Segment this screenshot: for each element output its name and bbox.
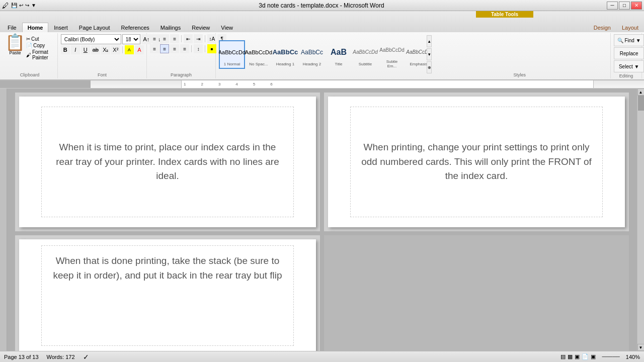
align-left[interactable]: ≡	[150, 44, 159, 53]
subscript-button[interactable]: X₂	[101, 45, 110, 54]
italic-button[interactable]: I	[71, 45, 80, 54]
style-title[interactable]: AaB Title	[326, 41, 352, 68]
card-text-3: When that is done printing, take the sta…	[50, 254, 285, 283]
tab-design[interactable]: Design	[588, 23, 616, 33]
word-count: Words: 172	[47, 354, 75, 360]
find-button[interactable]: 🔍 Find ▼	[614, 34, 644, 46]
style-no-space[interactable]: AaBbCcDd No Spac...	[246, 41, 272, 68]
minimize-button[interactable]: ─	[607, 2, 618, 10]
scroll-down-button[interactable]: ▼	[637, 344, 645, 351]
ruler-scale: 123456	[181, 80, 594, 88]
card-wrapper-3: When that is done printing, take the sta…	[15, 235, 320, 351]
font-group: Calibri (Body) 18 A↑ A↓ B I U ab X₂ X² A…	[58, 33, 147, 78]
font-size-select[interactable]: 18	[122, 34, 140, 44]
zoom-level: 140%	[626, 354, 640, 360]
view-web-layout[interactable]: ▣	[575, 353, 580, 360]
card-wrapper-4	[324, 235, 629, 351]
justify[interactable]: ≡	[180, 44, 189, 53]
tab-file[interactable]: File	[2, 23, 22, 33]
card-wrapper-1: When it is time to print, place our inde…	[15, 93, 320, 231]
card-text-2: When printing, change your print setting…	[359, 140, 594, 184]
card-inner-3: When that is done printing, take the sta…	[41, 245, 294, 346]
title-bar: 🖊 💾 ↩ ↪ ▼ 3d note cards - template.docx …	[0, 0, 644, 11]
view-outline[interactable]: 📄	[582, 353, 589, 360]
text-highlight-button[interactable]: A	[125, 45, 134, 54]
styles-scroll-down[interactable]: ▼	[427, 48, 432, 60]
tab-home[interactable]: Home	[22, 23, 49, 33]
v-scrollbar[interactable]: ▲ ▼	[637, 88, 644, 351]
copy-button[interactable]: 📄 Copy	[26, 43, 54, 48]
decrease-indent[interactable]: ⇤	[184, 34, 193, 43]
tab-mailings[interactable]: Mailings	[155, 23, 186, 33]
clipboard-group: 📋 Paste ✂ Cut 📄 Copy 🖌 Format Painter Cl…	[2, 33, 58, 78]
style-subtitle[interactable]: AaBbCcDd Subtitle	[352, 41, 378, 68]
scroll-thumb[interactable]	[638, 96, 644, 111]
sort-button[interactable]: ↕A	[207, 34, 216, 43]
format-painter-button[interactable]: 🖌 Format Painter	[26, 49, 54, 60]
index-card-1[interactable]: When it is time to print, place our inde…	[19, 97, 316, 227]
tab-insert[interactable]: Insert	[48, 23, 73, 33]
select-button[interactable]: Select ▼	[614, 60, 644, 72]
replace-button[interactable]: Replace	[614, 47, 644, 59]
card-grid: When it is time to print, place our inde…	[15, 93, 629, 351]
card-inner-2: When printing, change your print setting…	[350, 107, 603, 217]
font-color-button[interactable]: A	[135, 45, 144, 54]
font-name-select[interactable]: Calibri (Body)	[61, 34, 121, 44]
editing-group: 🔍 Find ▼ Replace Select ▼ Editing	[611, 33, 642, 78]
quick-access-save[interactable]: 💾	[11, 3, 17, 8]
style-heading1[interactable]: AaBbCc Heading 1	[272, 41, 298, 68]
superscript-button[interactable]: X²	[111, 45, 120, 54]
line-spacing[interactable]: ↕	[194, 44, 203, 53]
styles-scroll[interactable]: ▲ ▼ ⊕	[427, 34, 432, 74]
align-center[interactable]: ≡	[160, 44, 169, 53]
scroll-track	[637, 96, 645, 344]
view-print-layout[interactable]: ▤	[560, 353, 566, 360]
style-emphasis[interactable]: AaBbCcDd Emphasis	[406, 41, 427, 68]
ribbon: 📋 Paste ✂ Cut 📄 Copy 🖌 Format Painter Cl…	[0, 32, 644, 80]
scroll-up-button[interactable]: ▲	[637, 88, 645, 96]
window-title: 3d note cards - template.docx - Microsof…	[36, 2, 607, 9]
view-draft[interactable]: ▣	[591, 353, 596, 360]
bold-button[interactable]: B	[61, 45, 70, 54]
bullets-button[interactable]: ≡	[150, 34, 159, 43]
paste-button[interactable]: 📋 Paste	[5, 34, 25, 55]
style-heading2[interactable]: AaBbCc Heading 2	[299, 41, 325, 68]
tab-review[interactable]: Review	[186, 23, 215, 33]
numbering-button[interactable]: ≡	[160, 34, 169, 43]
styles-more[interactable]: ⊕	[427, 61, 432, 73]
quick-access-redo[interactable]: ↪	[25, 3, 29, 8]
tab-references[interactable]: References	[116, 23, 155, 33]
strikethrough-button[interactable]: ab	[91, 45, 100, 54]
style-subtle-em[interactable]: AaBbCcDd Subtle Em...	[379, 39, 405, 70]
increase-indent[interactable]: ⇥	[194, 34, 203, 43]
styles-list: AaBbCcDd 1 Normal AaBbCcDd No Spac... Aa…	[219, 34, 427, 74]
tab-view[interactable]: View	[215, 23, 238, 33]
card-inner-1: When it is time to print, place our inde…	[41, 107, 294, 217]
paragraph-group: ≡ ≡ ≡ ⇤ ⇥ ↕A ¶ ≡ ≡ ≡ ≡ ↕ ■ □ P	[147, 33, 216, 78]
status-bar: Page 13 of 13 Words: 172 ✓ ▤ ▦ ▣ 📄 ▣ ───…	[0, 351, 644, 362]
quick-access-undo[interactable]: ↩	[19, 3, 23, 8]
index-card-3[interactable]: When that is done printing, take the sta…	[19, 239, 316, 351]
tab-page-layout[interactable]: Page Layout	[73, 23, 116, 33]
card-text-1: When it is time to print, place our inde…	[50, 140, 285, 184]
underline-button[interactable]: U	[81, 45, 90, 54]
left-margin	[0, 88, 7, 351]
ruler: 123456	[0, 80, 644, 88]
index-card-2[interactable]: When printing, change your print setting…	[328, 97, 625, 227]
card-wrapper-2: When printing, change your print setting…	[324, 93, 629, 231]
style-normal[interactable]: AaBbCcDd 1 Normal	[219, 40, 245, 69]
shading-button[interactable]: ■	[207, 44, 216, 53]
page-count: Page 13 of 13	[4, 354, 39, 360]
styles-group: AaBbCcDd 1 Normal AaBbCcDd No Spac... Aa…	[216, 33, 611, 78]
maximize-button[interactable]: □	[619, 2, 630, 10]
close-button[interactable]: ✕	[631, 2, 642, 10]
multilevel-button[interactable]: ≡	[170, 34, 179, 43]
tab-layout[interactable]: Layout	[616, 23, 644, 33]
cut-button[interactable]: ✂ Cut	[26, 36, 54, 42]
spell-check-icon[interactable]: ✓	[83, 353, 89, 361]
view-full-screen[interactable]: ▦	[568, 353, 573, 360]
styles-scroll-up[interactable]: ▲	[427, 35, 432, 47]
quick-access-dropdown[interactable]: ▼	[31, 3, 36, 8]
align-right[interactable]: ≡	[170, 44, 179, 53]
document-area: When it is time to print, place our inde…	[7, 88, 637, 351]
